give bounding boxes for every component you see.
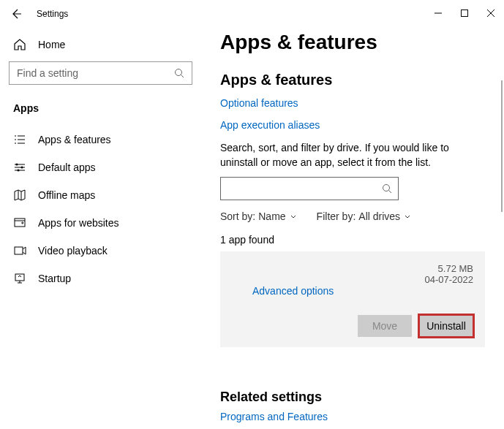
- nav-label: Offline maps: [38, 189, 95, 201]
- nav-default-apps[interactable]: Default apps: [0, 153, 201, 181]
- app-count: 1 app found: [220, 234, 485, 246]
- nav-label: Default apps: [38, 162, 96, 173]
- nav-apps-websites[interactable]: Apps for websites: [0, 209, 201, 237]
- filter-search-box[interactable]: [220, 177, 399, 200]
- home-nav[interactable]: Home: [0, 34, 201, 61]
- related-heading: Related settings: [220, 390, 485, 405]
- filter-input[interactable]: [227, 183, 382, 194]
- svg-point-24: [383, 185, 390, 191]
- startup-icon: [13, 272, 26, 285]
- search-icon: [174, 68, 184, 78]
- app-execution-aliases-link[interactable]: App execution aliases: [220, 119, 485, 131]
- nav-label: Apps & features: [38, 134, 111, 145]
- search-box[interactable]: [9, 61, 192, 85]
- map-icon: [13, 189, 26, 202]
- sort-by-dropdown[interactable]: Sort by: Name: [220, 210, 298, 222]
- back-button[interactable]: [9, 7, 23, 21]
- home-icon: [13, 38, 26, 51]
- nav-label: Apps for websites: [38, 217, 119, 229]
- nav-label: Startup: [38, 273, 71, 284]
- nav-offline-maps[interactable]: Offline maps: [0, 181, 201, 209]
- uninstall-button[interactable]: Uninstall: [419, 315, 473, 337]
- optional-features-link[interactable]: Optional features: [220, 97, 485, 109]
- sort-label: Sort by:: [220, 210, 255, 222]
- websites-icon: [13, 216, 26, 229]
- description-text: Search, sort, and filter by drive. If yo…: [220, 141, 485, 170]
- home-label: Home: [38, 39, 65, 50]
- advanced-options-link[interactable]: Advanced options: [252, 285, 334, 297]
- sidebar: Settings Home Apps Apps & features Defau…: [0, 0, 201, 429]
- section-label: Apps: [0, 96, 201, 126]
- search-input[interactable]: [17, 67, 174, 79]
- search-icon: [382, 183, 392, 194]
- scrollbar[interactable]: [501, 80, 503, 212]
- nav-video-playback[interactable]: Video playback: [0, 237, 201, 265]
- filter-by-dropdown[interactable]: Filter by: All drives: [317, 210, 412, 222]
- section-heading: Apps & features: [220, 72, 485, 88]
- filter-value: All drives: [358, 210, 400, 222]
- app-size: 5.72 MB: [425, 263, 474, 274]
- filter-label: Filter by:: [317, 210, 356, 222]
- chevron-down-icon: [289, 212, 298, 221]
- svg-point-16: [21, 167, 23, 169]
- nav-apps-features[interactable]: Apps & features: [0, 126, 201, 153]
- nav-startup[interactable]: Startup: [0, 265, 201, 292]
- chevron-down-icon: [403, 212, 412, 221]
- video-icon: [13, 244, 26, 257]
- svg-line-5: [181, 75, 184, 78]
- svg-point-4: [176, 69, 182, 76]
- programs-features-link[interactable]: Programs and Features: [220, 411, 485, 422]
- app-card[interactable]: 5.72 MB 04-07-2022 Advanced options Move…: [220, 251, 485, 347]
- window-title: Settings: [37, 9, 68, 19]
- main-content: Apps & features Apps & features Optional…: [201, 0, 504, 429]
- sort-value: Name: [258, 210, 285, 222]
- page-heading: Apps & features: [220, 31, 485, 54]
- defaults-icon: [13, 161, 26, 174]
- app-date: 04-07-2022: [425, 274, 474, 285]
- svg-line-25: [389, 191, 392, 194]
- svg-rect-20: [15, 247, 23, 254]
- move-button[interactable]: Move: [358, 315, 412, 337]
- svg-point-15: [16, 164, 18, 166]
- nav-label: Video playback: [38, 245, 108, 257]
- svg-point-17: [18, 170, 20, 172]
- list-icon: [13, 133, 26, 146]
